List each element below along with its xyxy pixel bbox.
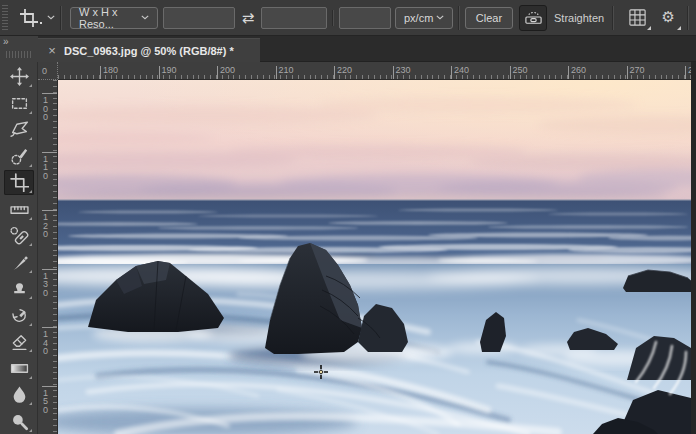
dodge-tool[interactable] xyxy=(4,409,34,434)
ruler-tick-label: 130 xyxy=(43,272,48,298)
chevron-down-icon xyxy=(141,15,149,20)
ruler-major-tick xyxy=(42,269,57,270)
ruler-tick-label: 120 xyxy=(43,213,48,239)
divider xyxy=(458,6,460,30)
ruler-tick-label: 100 xyxy=(43,96,48,122)
document-canvas[interactable] xyxy=(58,80,691,434)
eraser-tool[interactable] xyxy=(4,329,34,354)
photo-seascape xyxy=(58,80,691,434)
move-tool[interactable] xyxy=(4,64,34,89)
ruler-tick-label: 140 xyxy=(43,330,48,356)
ruler-tick-label: 230 xyxy=(396,65,411,75)
divider xyxy=(332,10,334,26)
ruler-major-tick xyxy=(42,386,57,387)
divider xyxy=(687,6,689,30)
options-bar: W x H x Reso... ⇄ px/cm Clear xyxy=(0,0,696,36)
ruler-tick-label: 250 xyxy=(513,65,528,75)
options-bar-grip[interactable] xyxy=(2,5,8,31)
flyout-indicator xyxy=(677,26,681,30)
ruler-major-tick xyxy=(276,66,277,80)
rectangular-marquee-tool[interactable] xyxy=(4,91,34,116)
crop-overlay-grid-icon[interactable] xyxy=(622,5,652,31)
swap-dimensions-icon[interactable]: ⇄ xyxy=(235,9,261,27)
crop-preset-label: W x H x Reso... xyxy=(79,6,138,30)
ruler-major-tick xyxy=(451,66,452,80)
ruler-tool[interactable] xyxy=(4,197,34,222)
divider xyxy=(60,6,62,30)
straighten-label: Straighten xyxy=(554,12,604,24)
horizontal-ruler[interactable]: 1801902002102202302402502602702 xyxy=(58,62,691,80)
resolution-unit-label: px/cm xyxy=(404,12,433,24)
ruler-tick-label: 270 xyxy=(630,65,645,75)
photoshop-window: W x H x Reso... ⇄ px/cm Clear xyxy=(0,0,696,434)
vertical-ruler[interactable]: 100110120130140150 xyxy=(38,80,58,434)
blur-tool[interactable] xyxy=(4,382,34,407)
crop-icon[interactable] xyxy=(14,8,44,28)
quick-selection-tool[interactable] xyxy=(4,144,34,169)
resolution-unit-dropdown[interactable]: px/cm xyxy=(395,7,453,29)
ruler-major-tick xyxy=(42,210,57,211)
ruler-partial-label: 0 xyxy=(42,66,47,76)
brush-tool[interactable] xyxy=(4,250,34,275)
crop-tool[interactable] xyxy=(4,170,34,195)
ruler-tick-label: 110 xyxy=(43,155,48,181)
ruler-tick-label: 240 xyxy=(454,65,469,75)
crop-height-input[interactable] xyxy=(261,7,327,29)
ruler-tick-label: 210 xyxy=(279,65,294,75)
document-tab-title: DSC_0963.jpg @ 50% (RGB/8#) * xyxy=(64,45,234,57)
ruler-major-tick xyxy=(100,66,101,80)
flyout-indicator xyxy=(647,26,651,30)
ruler-major-tick xyxy=(42,152,57,153)
close-icon[interactable]: × xyxy=(46,44,58,57)
ruler-origin-corner[interactable]: 0 xyxy=(38,62,58,80)
straighten-button[interactable] xyxy=(519,5,547,31)
clear-button-label: Clear xyxy=(476,12,502,24)
clone-stamp-tool[interactable] xyxy=(4,276,34,301)
clear-button[interactable]: Clear xyxy=(465,7,513,29)
gradient-tool[interactable] xyxy=(4,356,34,381)
canvas-edge-strip xyxy=(691,62,696,434)
ruler-tick-label: 190 xyxy=(162,65,177,75)
chevron-down-icon[interactable] xyxy=(47,15,55,20)
ruler-major-tick xyxy=(510,66,511,80)
tools-panel xyxy=(0,62,38,434)
ruler-major-tick xyxy=(159,66,160,80)
ruler-tick-label: 200 xyxy=(220,65,235,75)
level-icon xyxy=(524,8,543,27)
crop-options-gear-icon[interactable]: ⚙ xyxy=(654,5,682,31)
divider xyxy=(612,6,614,30)
history-brush-tool[interactable] xyxy=(4,303,34,328)
expand-panel-icon[interactable]: » xyxy=(3,36,8,47)
chevron-down-icon xyxy=(436,15,444,20)
ruler-major-tick xyxy=(627,66,628,80)
crop-preset-dropdown[interactable]: W x H x Reso... xyxy=(70,7,158,29)
spot-healing-brush-tool[interactable] xyxy=(4,223,34,248)
ruler-major-tick xyxy=(393,66,394,80)
ruler-tick-label: 260 xyxy=(571,65,586,75)
ruler-major-tick xyxy=(334,66,335,80)
document-tab-bar: × DSC_0963.jpg @ 50% (RGB/8#) * xyxy=(38,36,696,62)
tools-panel-header: » xyxy=(0,36,38,62)
tools-panel-grip[interactable] xyxy=(6,51,32,58)
document-tab[interactable]: × DSC_0963.jpg @ 50% (RGB/8#) * xyxy=(38,38,260,62)
ruler-tick-label: 180 xyxy=(103,65,118,75)
crop-width-input[interactable] xyxy=(163,7,235,29)
ruler-major-tick xyxy=(217,66,218,80)
ruler-major-tick xyxy=(42,327,57,328)
ruler-major-tick xyxy=(568,66,569,80)
ruler-tick-label: 150 xyxy=(43,389,48,415)
ruler-major-tick xyxy=(42,93,57,94)
ruler-major-tick xyxy=(685,66,686,80)
crop-resolution-input[interactable] xyxy=(339,7,391,29)
ruler-tick-label: 220 xyxy=(337,65,352,75)
polygonal-lasso-tool[interactable] xyxy=(4,117,34,142)
